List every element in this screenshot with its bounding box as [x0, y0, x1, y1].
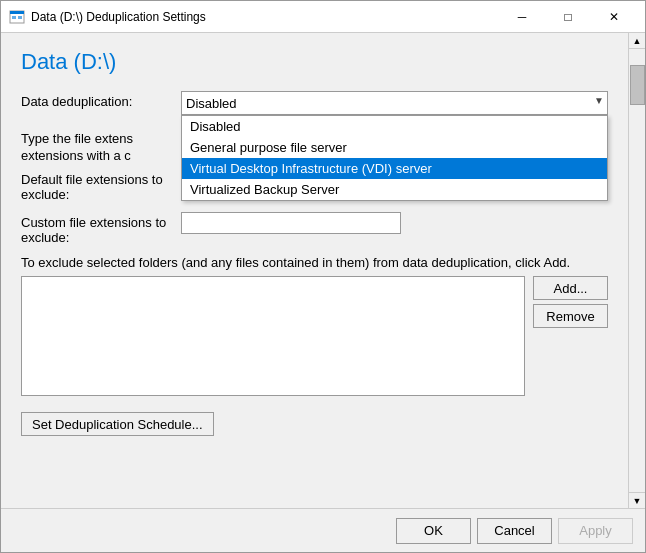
custom-extensions-label: Custom file extensions to exclude:: [21, 212, 181, 245]
main-content: Data (D:\) Data deduplication: Disabled …: [1, 33, 628, 508]
scroll-track: [629, 105, 645, 492]
content-area: Data (D:\) Data deduplication: Disabled …: [1, 33, 645, 508]
add-button[interactable]: Add...: [533, 276, 608, 300]
svg-rect-3: [18, 16, 22, 19]
folder-list: [21, 276, 525, 396]
window-title: Data (D:\) Deduplication Settings: [31, 10, 499, 24]
dropdown-selected-value: Disabled: [186, 96, 237, 111]
remove-button[interactable]: Remove: [533, 304, 608, 328]
dropdown-option-backup[interactable]: Virtualized Backup Server: [182, 179, 607, 200]
folder-section: Add... Remove: [21, 276, 608, 396]
deduplication-label: Data deduplication:: [21, 91, 181, 109]
custom-extensions-input[interactable]: [181, 212, 401, 234]
close-button[interactable]: ✕: [591, 1, 637, 33]
custom-extensions-row: Custom file extensions to exclude:: [21, 212, 608, 245]
default-extensions-label: Default file extensions to exclude:: [21, 169, 181, 202]
folder-section-text: To exclude selected folders (and any fil…: [21, 255, 608, 270]
schedule-button[interactable]: Set Deduplication Schedule...: [21, 412, 214, 436]
type-text-content-2: extensions with a c: [21, 148, 131, 163]
cancel-button[interactable]: Cancel: [477, 518, 552, 544]
page-title: Data (D:\): [21, 49, 608, 75]
dropdown-option-vdi[interactable]: Virtual Desktop Infrastructure (VDI) ser…: [182, 158, 607, 179]
deduplication-row: Data deduplication: Disabled ▼ Disabled …: [21, 91, 608, 115]
dropdown-option-disabled[interactable]: Disabled: [182, 116, 607, 137]
maximize-button[interactable]: □: [545, 1, 591, 33]
deduplication-control: Disabled ▼ Disabled General purpose file…: [181, 91, 608, 115]
type-text-content: Type the file extens: [21, 131, 133, 146]
dropdown-options: Disabled General purpose file server Vir…: [181, 115, 608, 201]
apply-button[interactable]: Apply: [558, 518, 633, 544]
scroll-down-button[interactable]: ▼: [629, 492, 645, 508]
folder-buttons: Add... Remove: [533, 276, 608, 396]
deduplication-dropdown-wrapper: Disabled ▼ Disabled General purpose file…: [181, 91, 608, 115]
dropdown-option-general[interactable]: General purpose file server: [182, 137, 607, 158]
svg-rect-1: [10, 11, 24, 14]
ok-button[interactable]: OK: [396, 518, 471, 544]
scroll-thumb[interactable]: [630, 65, 645, 105]
window-icon: [9, 9, 25, 25]
deduplication-dropdown[interactable]: Disabled: [181, 91, 608, 115]
main-window: Data (D:\) Deduplication Settings ─ □ ✕ …: [0, 0, 646, 553]
scrollbar[interactable]: ▲ ▼: [628, 33, 645, 508]
window-controls: ─ □ ✕: [499, 1, 637, 33]
custom-extensions-control: [181, 212, 401, 234]
minimize-button[interactable]: ─: [499, 1, 545, 33]
bottom-bar: OK Cancel Apply: [1, 508, 645, 552]
schedule-row: Set Deduplication Schedule...: [21, 404, 608, 436]
scroll-up-button[interactable]: ▲: [629, 33, 645, 49]
title-bar: Data (D:\) Deduplication Settings ─ □ ✕: [1, 1, 645, 33]
svg-rect-2: [12, 16, 16, 19]
